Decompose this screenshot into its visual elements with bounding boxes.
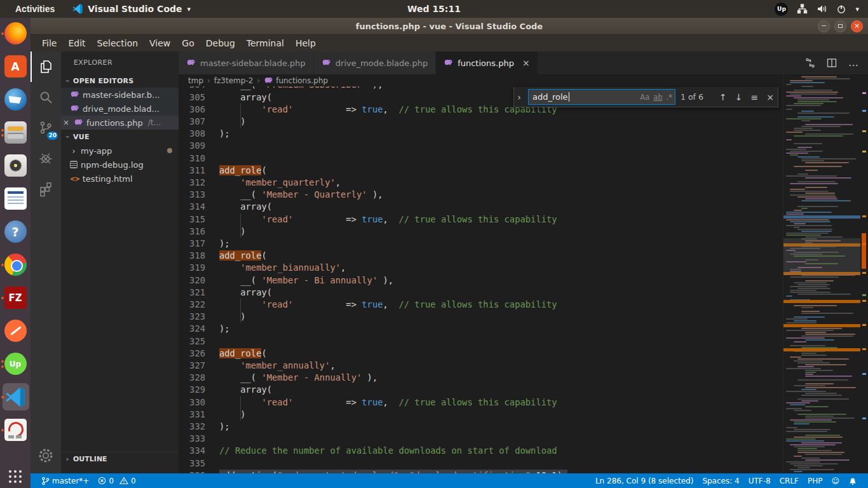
dock-item-upwork[interactable]: Up [1,352,30,376]
window-titlebar[interactable]: functions.php - vue - Visual Studio Code… [31,18,868,35]
outline-header[interactable]: › OUTLINE [61,452,179,466]
more-actions-icon[interactable]: … [848,60,859,66]
indentation[interactable]: Spaces: 4 [698,473,743,488]
previous-match-icon[interactable]: ↑ [719,92,727,102]
menu-edit[interactable]: Edit [62,37,91,50]
manage-button[interactable] [31,440,61,471]
minimap-slider[interactable] [783,238,860,275]
menu-selection[interactable]: Selection [92,37,144,50]
chevron-down-icon[interactable]: ▾ [855,5,859,13]
encoding[interactable]: UTF-8 [744,473,775,488]
dock-item-filezilla[interactable]: FZ [1,286,30,309]
line-content: 'read' => true, // true allows this capa… [219,299,557,311]
code-line-312: 312 'member_quarterly', [179,177,783,189]
outline-label: OUTLINE [73,455,107,463]
open-changes-icon[interactable] [805,58,815,68]
dock-item-writer[interactable] [1,187,30,210]
menu-debug[interactable]: Debug [200,37,241,50]
upwork-tray-icon[interactable]: Up [775,3,788,16]
notifications-bell-icon[interactable] [844,473,862,488]
line-number: 326 [179,348,205,360]
maximize-button[interactable] [834,20,846,32]
tab-drive_mode.blade.php[interactable]: drive_mode.blade.php [314,51,436,74]
dock-item-software[interactable]: A [1,55,30,78]
folder-section-header[interactable]: › VUE [61,130,179,144]
menu-view[interactable]: View [144,37,176,50]
show-applications-button[interactable] [9,470,22,483]
dock-item-music[interactable] [1,154,30,177]
explorer-activity-button[interactable] [31,51,61,82]
dock-item-files[interactable] [1,121,30,144]
menu-file[interactable]: File [36,37,62,50]
open-editor-item[interactable]: master-sidebar.b... [61,88,179,102]
tab-master-sidebar.blade.php[interactable]: master-sidebar.blade.php [179,51,314,74]
open-editors-header[interactable]: › OPEN EDITORS [61,74,179,88]
line-content: array( [219,92,272,104]
tree-item-my-app[interactable]: ›my-app [61,144,179,158]
volume-icon[interactable] [817,4,827,14]
problems-status[interactable]: 0 0 [93,473,140,488]
minimap[interactable] [783,74,860,473]
app-menu[interactable]: Visual Studio Code ▾ [72,4,191,14]
running-indicator [1,32,4,35]
dock-item-postman[interactable] [1,319,30,342]
dock-item-help[interactable]: ? [1,220,30,243]
warning-count: 0 [131,477,136,485]
find-input[interactable]: add_role Aa ab .* [528,89,675,105]
menu-help[interactable]: Help [290,37,322,50]
language-mode[interactable]: PHP [803,473,827,488]
menu-terminal[interactable]: Terminal [241,37,290,50]
search-activity-button[interactable] [31,82,61,112]
tab-functions.php[interactable]: functions.php× [436,51,538,74]
regex-toggle[interactable]: .* [667,93,672,102]
breadcrumb-item[interactable]: functions.php [264,76,328,86]
dock-item-thunderbird[interactable] [1,88,30,111]
find-in-selection-icon[interactable]: ≡ [751,92,759,102]
dock-item-firefox[interactable] [1,22,30,45]
match-case-toggle[interactable]: Aa [640,93,649,102]
file-label: drive_mode.blad... [83,104,159,114]
eol-sequence[interactable]: CRLF [775,473,803,488]
menu-go[interactable]: Go [176,37,200,50]
debug-activity-button[interactable] [31,143,61,173]
extensions-activity-button[interactable] [31,173,61,204]
next-match-icon[interactable]: ↓ [735,92,743,102]
tree-item-npm-debug.log[interactable]: npm-debug.log [61,158,179,172]
overview-ruler[interactable] [860,74,868,473]
power-icon[interactable] [836,4,846,14]
close-button[interactable]: × [851,20,863,32]
breadcrumb-item[interactable]: fz3temp-2 [214,76,254,85]
editor[interactable]: 304 __( 'Premium Subscriber' ),305 array… [179,74,868,473]
minimap-find-match [783,215,860,219]
open-editor-item[interactable]: ×functions.php/t... [61,116,179,130]
running-indicator [1,129,4,137]
dock-item-vscode[interactable] [1,385,30,409]
line-content: 'read' => true, // true allows this capa… [219,396,557,409]
split-editor-icon[interactable] [827,58,837,68]
code-line-324: 324); [179,323,783,335]
dock-item-docviewer[interactable] [1,418,30,442]
network-icon[interactable] [797,4,808,14]
dock-item-chrome[interactable] [1,253,30,276]
close-icon[interactable]: × [63,118,71,127]
line-content: ) [219,409,246,421]
source-control-activity-button[interactable]: 20 [31,112,61,143]
code-area[interactable]: 304 __( 'Premium Subscriber' ),305 array… [179,74,783,473]
open-editor-item[interactable]: drive_mode.blad... [61,102,179,116]
breadcrumb-item[interactable]: tmp [188,76,203,85]
close-tab-icon[interactable]: × [522,58,530,68]
line-number: 319 [179,262,205,274]
minimize-button[interactable]: − [818,20,830,32]
code-line-322: 322 'read' => true, // true allows this … [179,299,783,311]
software-icon: A [4,55,27,78]
activities-button[interactable]: Activities [11,3,58,15]
cursor-position[interactable]: Ln 286, Col 9 (8 selected) [591,473,698,488]
feedback-smiley-icon[interactable]: ☺ [827,473,844,488]
git-branch-status[interactable]: master*+ [37,473,93,488]
whole-word-toggle[interactable]: ab [653,93,662,102]
tab-label: functions.php [458,58,514,68]
close-find-icon[interactable]: × [766,92,774,102]
toggle-replace-icon[interactable]: › [515,92,523,102]
tree-item-testing.html[interactable]: <>testing.html [61,172,179,186]
line-number: 314 [179,201,205,213]
